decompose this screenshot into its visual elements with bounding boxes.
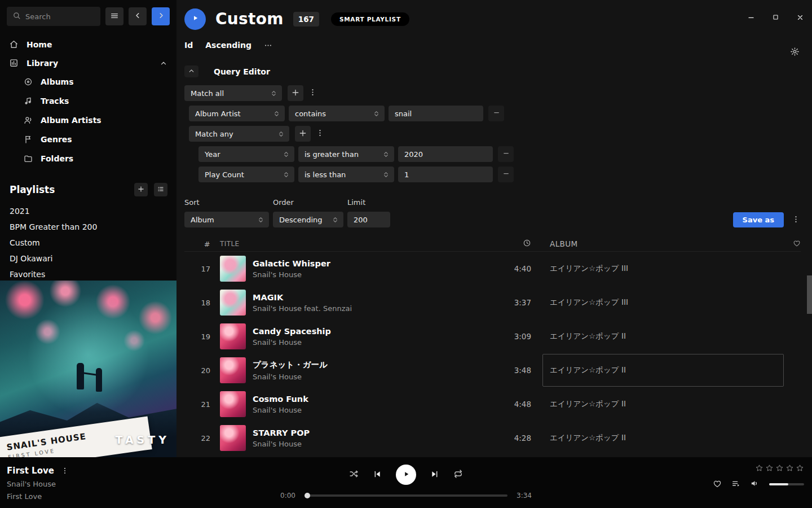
- nav-forward-button[interactable]: [152, 7, 170, 25]
- favorite-button[interactable]: [713, 479, 722, 490]
- now-playing-menu-button[interactable]: [61, 467, 69, 475]
- table-row-selected[interactable]: 20 プラネット・ガール Snail's House 3:48 エイリアン☆ポッ…: [184, 353, 801, 387]
- sidebar-item-home[interactable]: Home: [0, 35, 176, 54]
- playlist-item[interactable]: Favorites: [0, 266, 176, 282]
- header-album[interactable]: ALBUM: [550, 239, 784, 248]
- sidebar-item-albums[interactable]: Albums: [0, 72, 176, 91]
- header-index[interactable]: #: [184, 240, 210, 248]
- playlist-item[interactable]: DJ Okawari: [0, 251, 176, 266]
- remove-rule-button[interactable]: [488, 106, 504, 121]
- now-playing-artwork[interactable]: SNAIL'S HOUSE FIRST LOVE TASTY: [0, 281, 176, 457]
- remove-rule-button[interactable]: [498, 167, 514, 182]
- sort-select[interactable]: Album: [184, 212, 269, 227]
- rule-menu-button[interactable]: [307, 88, 317, 98]
- header-favorite[interactable]: [784, 239, 801, 249]
- list-sort-row: Id Ascending: [184, 40, 801, 51]
- shuffle-button[interactable]: [349, 469, 359, 480]
- table-row[interactable]: 18 MAGIK Snail's House feat. Sennzai 3:3…: [184, 286, 801, 319]
- table-row[interactable]: 21 Cosmo Funk Snail's House 4:48 エイリアン☆ポ…: [184, 387, 801, 421]
- volume-slider[interactable]: [769, 483, 804, 485]
- repeat-button[interactable]: [453, 469, 463, 480]
- chevron-up-icon[interactable]: [160, 59, 167, 67]
- rule-value-input[interactable]: [398, 167, 493, 182]
- rule-value-input[interactable]: [398, 146, 493, 162]
- sidebar-item-folders[interactable]: Folders: [0, 149, 176, 168]
- rule-field-select[interactable]: Album Artist: [189, 106, 285, 121]
- seek-bar[interactable]: [304, 494, 508, 497]
- playlist-list-button[interactable]: [154, 183, 167, 196]
- sidebar-item-tracks[interactable]: Tracks: [0, 91, 176, 111]
- sidebar-item-album-artists[interactable]: Album Artists: [0, 111, 176, 130]
- save-as-button[interactable]: Save as: [733, 212, 784, 227]
- dots-vertical-icon: [792, 215, 800, 225]
- add-rule-button[interactable]: [288, 85, 303, 101]
- rule-field-select[interactable]: Year: [198, 146, 294, 162]
- remove-rule-button[interactable]: [498, 146, 514, 162]
- music-note-icon: [24, 97, 33, 106]
- menu-button[interactable]: [105, 7, 123, 25]
- maximize-button[interactable]: [772, 14, 779, 21]
- seek-knob[interactable]: [304, 493, 310, 498]
- next-track-button[interactable]: [430, 470, 439, 480]
- track-number: 18: [184, 299, 210, 307]
- star-icon[interactable]: [765, 464, 774, 472]
- star-icon[interactable]: [785, 464, 794, 472]
- track-album: エイリアン☆ポップ II: [550, 331, 784, 341]
- match-all-select[interactable]: Match all: [184, 85, 282, 101]
- sort-field-button[interactable]: Id: [184, 41, 193, 50]
- play-pause-button[interactable]: [396, 465, 416, 485]
- rule-operator-select[interactable]: contains: [289, 106, 385, 121]
- header-duration[interactable]: [483, 239, 531, 249]
- queue-button[interactable]: [731, 479, 740, 490]
- table-row[interactable]: 22 STARRY POP Snail's House 4:28 エイリアン☆ポ…: [184, 421, 801, 455]
- star-icon[interactable]: [796, 464, 804, 472]
- star-icon[interactable]: [775, 464, 784, 472]
- minimize-button[interactable]: [747, 14, 755, 21]
- playlist-item[interactable]: BPM Greater than 200: [0, 219, 176, 235]
- nav-back-button[interactable]: [129, 7, 147, 25]
- search-input-wrapper[interactable]: [7, 7, 100, 26]
- list-icon: [157, 185, 165, 195]
- sidebar-item-library[interactable]: Library: [0, 54, 176, 72]
- rule-operator-select[interactable]: is greater than: [298, 146, 394, 162]
- query-editor-collapse-button[interactable]: [184, 65, 198, 77]
- playlist-item[interactable]: Custom: [0, 235, 176, 251]
- settings-gear-icon[interactable]: [790, 47, 800, 56]
- previous-track-button[interactable]: [373, 470, 382, 480]
- header-title[interactable]: TITLE: [220, 240, 483, 248]
- rule-value-input[interactable]: [389, 106, 483, 121]
- add-group-rule-button[interactable]: [295, 126, 311, 142]
- sort-direction-button[interactable]: Ascending: [205, 41, 251, 50]
- group-menu-button[interactable]: [315, 129, 325, 139]
- select-value: Play Count: [205, 170, 244, 179]
- add-playlist-button[interactable]: [134, 183, 148, 196]
- now-playing-artist: Snail's House: [7, 480, 69, 488]
- volume-button[interactable]: [750, 479, 760, 490]
- focused-album-cell[interactable]: エイリアン☆ポップ II: [542, 354, 784, 387]
- sidebar-item-label: Home: [27, 40, 52, 49]
- scrollbar-thumb[interactable]: [807, 275, 812, 314]
- match-any-select[interactable]: Match any: [189, 126, 289, 142]
- playlist-item[interactable]: 2021: [0, 203, 176, 219]
- search-input[interactable]: [25, 12, 95, 21]
- track-duration: 4:48: [483, 400, 531, 409]
- rule-operator-select[interactable]: is less than: [298, 167, 394, 182]
- table-row[interactable]: 17 Galactic Whisper Snail's House 4:40 エ…: [184, 252, 801, 286]
- table-row[interactable]: 19 Candy Spaceship Snail's House 3:09 エイ…: [184, 319, 801, 353]
- track-title: Candy Spaceship: [253, 327, 483, 336]
- limit-input[interactable]: [347, 212, 390, 227]
- minus-icon: [502, 169, 510, 179]
- order-select[interactable]: Descending: [273, 212, 343, 227]
- sort-more-button[interactable]: [264, 41, 272, 50]
- select-value: contains: [295, 110, 326, 118]
- sidebar-item-genres[interactable]: Genres: [0, 130, 176, 149]
- save-menu-button[interactable]: [791, 215, 801, 225]
- rule-field-select[interactable]: Play Count: [198, 167, 294, 182]
- play-playlist-button[interactable]: [184, 8, 206, 30]
- query-root-row: Match all: [184, 85, 801, 101]
- volume-icon: [750, 479, 760, 490]
- close-button[interactable]: [796, 14, 804, 21]
- select-caret-icon: [273, 110, 280, 117]
- star-icon[interactable]: [755, 464, 764, 472]
- page-title: Custom: [215, 10, 284, 28]
